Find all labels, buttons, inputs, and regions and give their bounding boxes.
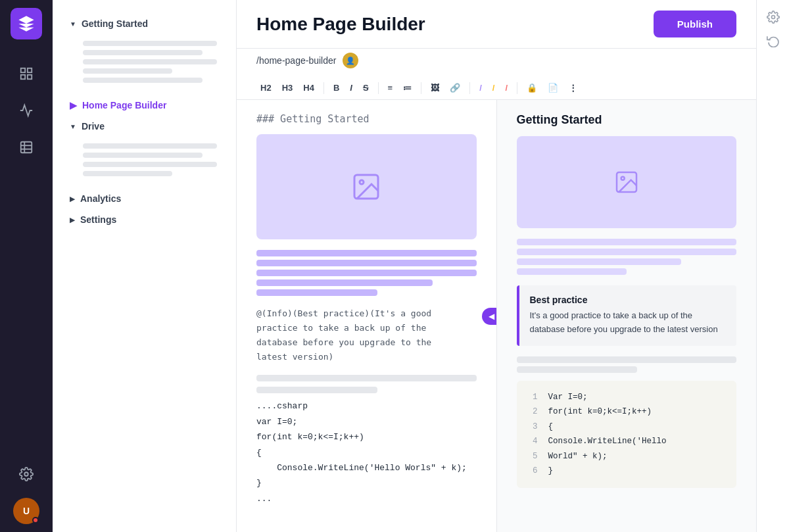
page-title: Home Page Builder <box>256 14 425 35</box>
code-line-6: 6 } <box>527 464 727 479</box>
svg-point-10 <box>360 180 364 184</box>
line-number: 6 <box>527 464 538 479</box>
nav-item-settings[interactable]: ▶ Settings <box>63 209 226 230</box>
best-practice-callout: Best practice It's a good practice to ta… <box>517 285 737 346</box>
svg-rect-2 <box>21 75 25 79</box>
toolbar-separator <box>469 82 470 94</box>
code-line-1: 1 Var I=0; <box>527 390 727 405</box>
editor-section-title: ### Getting Started <box>256 113 477 125</box>
svg-point-13 <box>771 16 775 19</box>
code-line: ....csharp <box>256 399 477 414</box>
toolbar-color1[interactable]: / <box>475 80 486 95</box>
content-line <box>256 289 377 296</box>
toolbar-separator <box>378 82 379 94</box>
toolbar-unordered-list[interactable]: ≡ <box>384 80 397 95</box>
code-line-2: 2 for(int k=0;k<=I;k++) <box>527 404 727 420</box>
nav-sidebar: ▼ Getting Started ▶ Home Page Builder ▼ … <box>53 0 237 532</box>
chevron-right-icon: ▶ <box>70 216 75 224</box>
line-number: 2 <box>527 404 538 420</box>
pane-toggle-button[interactable]: ◀ ▶ <box>482 308 496 325</box>
best-practice-text: It's a good practice to take a back up o… <box>530 309 727 337</box>
bullet-icon: ▶ <box>70 100 77 110</box>
line-number: 3 <box>527 420 538 435</box>
line-number: 5 <box>527 449 538 464</box>
code-line: { <box>256 445 477 460</box>
nav-item-home-page-builder[interactable]: ▶ Home Page Builder <box>63 95 226 116</box>
code-line: } <box>256 475 477 491</box>
toolbar-color2[interactable]: / <box>489 80 499 95</box>
content-line <box>256 250 477 256</box>
table-nav-icon[interactable] <box>11 132 42 163</box>
svg-rect-1 <box>28 68 32 72</box>
toolbar-image[interactable]: 🖼 <box>427 80 443 95</box>
code-line: Console.WriteLine('Hello Worls" + k); <box>256 460 477 475</box>
nav-settings-label: Settings <box>80 214 116 225</box>
best-practice-title: Best practice <box>530 295 727 305</box>
gray-line <box>517 366 638 373</box>
preview-content-line <box>517 249 737 255</box>
editor-code-block: ....csharp var I=0; for(int k=0;k<=I;k++… <box>256 399 477 506</box>
library-nav-icon[interactable] <box>11 58 42 89</box>
code-line: var I=0; <box>256 414 477 429</box>
line-code: World" + k); <box>548 449 608 464</box>
toolbar-h3[interactable]: H3 <box>278 80 297 95</box>
toolbar-separator <box>421 82 421 94</box>
line-number: 1 <box>527 390 538 405</box>
toolbar-ordered-list[interactable]: ≔ <box>399 80 416 95</box>
nav-placeholder <box>83 162 217 167</box>
content-line <box>256 260 477 266</box>
preview-content-line <box>517 258 682 265</box>
toolbar-color3[interactable]: / <box>501 80 512 95</box>
settings-nav-icon[interactable] <box>11 458 42 490</box>
toolbar-bold[interactable]: B <box>329 80 343 95</box>
toolbar-strikethrough[interactable]: S <box>359 80 373 95</box>
nav-sub-getting-started <box>63 34 226 89</box>
app-logo[interactable] <box>11 8 42 39</box>
svg-rect-0 <box>21 68 25 72</box>
toolbar-h2[interactable]: H2 <box>256 80 275 95</box>
preview-pane: Getting Started Best practice It's a goo… <box>497 100 757 532</box>
publish-button[interactable]: Publish <box>654 11 736 37</box>
avatar-status-dot <box>32 517 39 523</box>
user-avatar[interactable]: U <box>13 498 39 524</box>
editor-gray-line <box>256 387 377 393</box>
nav-sub-drive <box>63 137 226 183</box>
editor-toolbar: H2 H3 H4 B I S ≡ ≔ 🖼 🔗 / / / 🔒 📄 ⋮ <box>237 76 756 100</box>
nav-placeholder <box>83 78 203 83</box>
preview-content-line <box>517 239 737 245</box>
content-line <box>256 270 477 276</box>
content-line <box>256 279 433 286</box>
nav-item-getting-started[interactable]: ▼ Getting Started <box>63 13 226 34</box>
preview-image-placeholder <box>517 136 737 228</box>
svg-rect-3 <box>28 75 32 79</box>
editor-preview-area: ### Getting Started @(Info)(Best practic… <box>237 100 756 532</box>
gray-line <box>517 356 737 363</box>
line-code: Console.WriteLine('Hello <box>548 434 667 449</box>
line-code: Var I=0; <box>548 390 588 405</box>
nav-item-drive[interactable]: ▼ Drive <box>63 116 226 137</box>
toolbar-separator <box>323 82 324 94</box>
toolbar-lock[interactable]: 🔒 <box>523 80 541 95</box>
toolbar-h4[interactable]: H4 <box>299 80 318 95</box>
nav-placeholder <box>83 143 217 149</box>
nav-item-analytics[interactable]: ▶ Analytics <box>63 188 226 209</box>
right-icon-panel <box>756 0 789 532</box>
toolbar-file[interactable]: 📄 <box>544 80 562 95</box>
code-line-5: 5 World" + k); <box>527 449 727 464</box>
svg-point-8 <box>24 472 28 476</box>
analytics-nav-icon[interactable] <box>11 95 42 126</box>
url-row: /home-page-builder 👤 <box>237 49 756 76</box>
line-number: 4 <box>527 434 538 449</box>
code-line: for(int k=0;k<=I;k++) <box>256 429 477 445</box>
page-header: Home Page Builder Publish <box>237 0 756 49</box>
right-refresh-icon[interactable] <box>767 34 780 47</box>
toolbar-link[interactable]: 🔗 <box>446 80 464 95</box>
editor-pane[interactable]: ### Getting Started @(Info)(Best practic… <box>237 100 497 532</box>
right-settings-icon[interactable] <box>767 11 780 24</box>
nav-analytics-label: Analytics <box>80 193 121 204</box>
toolbar-italic[interactable]: I <box>346 80 356 95</box>
chevron-down-icon: ▼ <box>70 20 76 28</box>
preview-code-block: 1 Var I=0; 2 for(int k=0;k<=I;k++) 3 { 4… <box>517 381 737 488</box>
toolbar-more[interactable]: ⋮ <box>565 80 581 95</box>
nav-placeholder <box>83 171 172 176</box>
